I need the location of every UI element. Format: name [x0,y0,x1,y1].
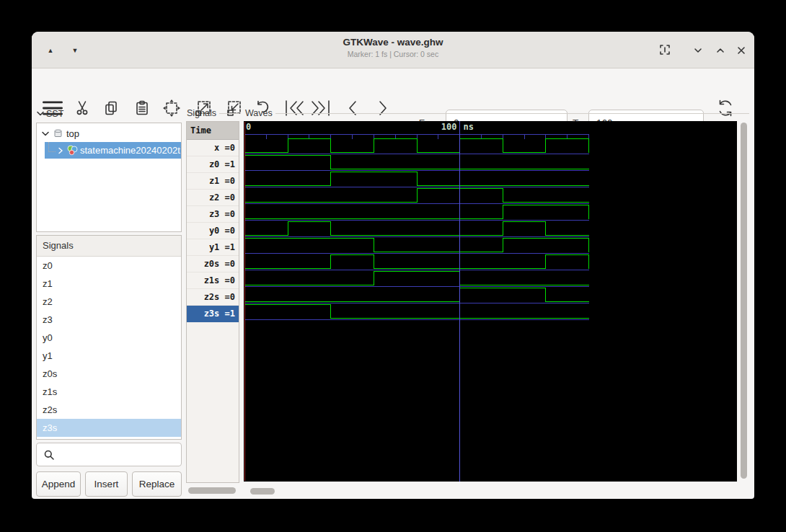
fit-window-icon [658,43,671,56]
wave-trace-y1 [245,239,589,252]
chevron-right-icon[interactable] [57,146,64,155]
chevron-down-icon [692,45,704,56]
signals-list-item[interactable]: z2 [37,293,181,311]
sst-header[interactable]: SST [36,109,63,119]
signals-list-item[interactable]: z3s [37,419,181,437]
wave-names-panel: Time x =0z0 =1z1 =0z2 =0z3 =0y0 =0y1 =1z… [186,121,239,483]
fit-window-button[interactable] [656,41,674,58]
signals-list-item[interactable]: z1 [37,275,181,293]
chevron-up-icon [715,45,726,56]
signals-list: z0z1z2z3y0y1z0sz1sz2sz3s [37,257,181,437]
signals-list-item[interactable]: z0s [37,365,181,383]
search-input[interactable] [59,448,189,461]
wave-trace-z0s [245,255,589,269]
sst-tree-item-label: statemachine20240202t [80,145,180,156]
titlebar[interactable]: ▲ ▼ GTKWave - wave.ghw Marker: 1 fs | Cu… [32,32,754,68]
minimize-button[interactable] [689,42,707,59]
wave-name-row[interactable]: z1s =0 [187,272,239,289]
wave-trace-z3s [245,305,589,319]
chevron-down-icon [36,110,45,118]
wave-trace-z2s [245,288,589,302]
window-title: GTKWave - wave.ghw [32,37,754,48]
signals-list-item[interactable]: z3 [37,311,181,329]
signals-panel: Signals z0z1z2z3y0y1z0sz1sz2sz3s [36,235,182,440]
wave-trace-y0 [245,222,589,236]
wave-name-row[interactable]: x =0 [187,140,239,156]
signals-list-item[interactable]: y0 [37,329,181,347]
wave-trace-z2 [245,189,589,203]
time-header: Time [187,122,239,140]
wave-trace-z1s [245,272,589,285]
sst-label: SST [46,109,63,119]
wave-name-row[interactable]: z0s =0 [187,256,239,272]
timeline-label-start: 0 [246,122,251,132]
wave-name-row[interactable]: z1 =0 [187,173,239,190]
signal-search[interactable] [36,443,182,466]
names-frame-label-text: Signals [187,108,216,118]
wave-name-row[interactable]: z3s =1 [187,306,239,322]
wave-name-row[interactable]: y1 =1 [187,239,239,256]
append-button[interactable]: Append [36,471,81,497]
toolbar: From: To: [32,68,754,106]
close-icon [736,45,747,56]
wave-name-row[interactable]: z3 =0 [187,206,239,223]
scroll-down-button[interactable]: ▼ [66,42,84,59]
waves-hscrollbar[interactable] [248,486,737,497]
sst-tree-item-label: top [66,128,79,139]
wave-trace-z3 [245,205,589,219]
wave-trace-z1 [245,172,589,186]
replace-button[interactable]: Replace [132,471,182,497]
waves-vscrollbar-thumb[interactable] [741,123,747,479]
sst-tree: top statemachine20240202t [36,123,182,232]
marker-cursor-status: Marker: 1 fs | Cursor: 0 sec [32,50,754,58]
window-title-block: GTKWave - wave.ghw Marker: 1 fs | Cursor… [32,37,754,58]
timeline-label-unit: ns [464,122,474,132]
waves-hscrollbar-thumb[interactable] [250,488,275,495]
gtkwave-window: ▲ ▼ GTKWave - wave.ghw Marker: 1 fs | Cu… [32,32,754,499]
maximize-button[interactable] [712,42,729,59]
scroll-up-button[interactable]: ▲ [42,42,59,59]
sst-tree-item-top[interactable]: top [37,125,181,142]
wave-name-row[interactable]: z0 =1 [187,156,239,173]
wave-display[interactable]: 0100ns [244,121,737,482]
close-button[interactable] [733,42,750,59]
tree-guide [48,142,56,152]
sst-tree-item-statemachine[interactable]: statemachine20240202t [45,142,181,159]
waves-frame-label-text: Waves [245,108,273,118]
insert-button[interactable]: Insert [85,471,128,497]
main-area: SST top [32,106,754,499]
names-hscrollbar-thumb[interactable] [188,487,236,494]
names-frame-label: Signals [187,108,239,118]
wave-trace-z0 [245,156,589,169]
signals-list-item[interactable]: z1s [37,383,181,401]
wave-name-row[interactable]: z2 =0 [187,190,239,206]
signals-list-item[interactable]: z2s [37,401,181,419]
signals-list-item[interactable]: z0 [37,257,181,275]
wave-canvas: 0100ns [244,121,737,482]
wave-name-row[interactable]: z2s =0 [187,289,239,306]
signals-list-item[interactable]: y1 [37,347,181,365]
names-hscrollbar[interactable] [186,485,239,496]
desktop: { "titlebar": { "title": "GTKWave - wave… [0,0,786,532]
wave-name-row[interactable]: y0 =0 [187,223,239,239]
wave-name-rows: x =0z0 =1z1 =0z2 =0z3 =0y0 =0y1 =1z0s =0… [187,140,239,322]
search-icon [43,449,55,461]
scope-icon [53,128,63,139]
waves-frame-label: Waves [245,108,749,118]
wave-trace-x [245,139,589,153]
chevron-down-icon[interactable] [41,130,50,138]
module-icon [66,145,78,156]
waves-vscrollbar[interactable] [739,121,749,482]
timeline-label-cursor: 100 [441,122,457,132]
signals-panel-title: Signals [37,236,181,257]
